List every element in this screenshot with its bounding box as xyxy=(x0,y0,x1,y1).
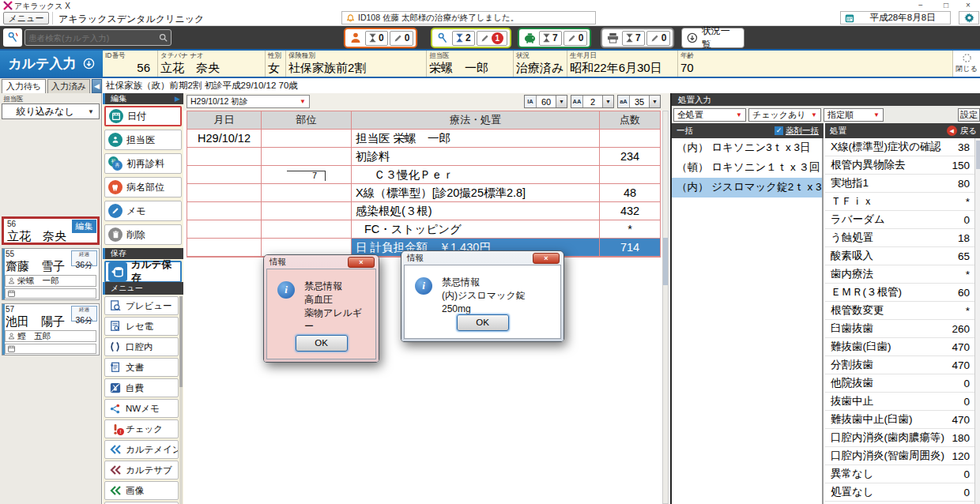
doctor-box[interactable]: 栄螺 一郎 xyxy=(5,275,96,287)
reception-counter-group[interactable]: 0 0 xyxy=(344,28,417,48)
procedure-item[interactable]: 酸素吸入 65 xyxy=(825,247,974,265)
procedure-item[interactable]: ラバーダム 0 xyxy=(825,211,974,229)
procedure-item[interactable]: 異常なし 0 xyxy=(825,465,974,483)
batch-item[interactable]: （頓） ロキソニン１ｔ x ３回 xyxy=(672,158,822,178)
karte-counter-group[interactable]: 2 1 xyxy=(431,28,511,48)
batch-item[interactable]: （内） ロキソニン3ｔ x 3日 xyxy=(672,138,822,158)
dialog-close-button[interactable]: × xyxy=(348,257,375,268)
menu-item-rece-den[interactable]: レセ電 xyxy=(104,317,179,336)
procedure-item[interactable]: ＴＦｉｘ * xyxy=(825,193,974,211)
dialog-title-bar[interactable]: 情報 × xyxy=(266,255,376,269)
menu-item-private-pay[interactable]: 自費 xyxy=(104,378,179,397)
doctor-button[interactable]: 担当医 xyxy=(104,130,182,150)
batch-item[interactable]: （内） ジスロマック錠2ｔ x 3日 xyxy=(672,178,822,197)
procedure-item[interactable]: 難抜歯中止(臼歯) 470 xyxy=(825,411,974,429)
date-selector[interactable]: 平成28年8月8日 xyxy=(840,11,951,24)
print-counter-group[interactable]: 7 0 xyxy=(601,28,674,48)
karte-row[interactable]: X線（標準型）[診20撮25標準2.8] 48 xyxy=(187,184,660,202)
chevron-down-icon[interactable]: ▼ xyxy=(602,96,613,107)
diagnosis-part-button[interactable]: 病名部位 xyxy=(104,177,182,197)
settings-gear-button[interactable] xyxy=(959,11,979,24)
memo-button[interactable]: メモ xyxy=(104,201,182,221)
notification-bar[interactable]: ID108 佐藤 太郎様の治療が終了しました。 xyxy=(341,11,596,24)
scrollbar-thumb[interactable] xyxy=(179,296,183,387)
scrollbar-thumb[interactable] xyxy=(663,238,668,285)
visit-date-select[interactable]: H29/10/12 初診 ▼ xyxy=(187,95,310,108)
doctor-filter-select[interactable]: 絞り込みなし ▼ xyxy=(2,103,100,119)
chevron-right-icon[interactable]: ▶ xyxy=(175,93,183,104)
ok-button[interactable]: OK xyxy=(296,335,348,352)
procedure-item[interactable]: 口腔内消炎(智歯周囲炎) 120 xyxy=(825,447,974,465)
settings-button[interactable]: 設定 xyxy=(958,108,980,122)
procedure-item[interactable]: 根管数変更 * xyxy=(825,302,974,320)
save-karte-button[interactable]: カルテ保存 xyxy=(104,261,182,283)
scrollbar-thumb[interactable] xyxy=(976,141,980,169)
accounting-counter-group[interactable]: 7 0 xyxy=(518,28,591,48)
dialog-close-button[interactable]: × xyxy=(533,253,560,264)
patient-search-tile[interactable] xyxy=(3,28,22,47)
procedure-item[interactable]: 抜歯中止 0 xyxy=(825,393,974,411)
status-list-button[interactable]: 状況一覧 xyxy=(681,28,744,48)
checkbox-drug-batch[interactable]: ✓ xyxy=(775,126,783,135)
back-icon[interactable]: ◀ xyxy=(947,126,957,136)
back-label[interactable]: 戻る xyxy=(960,126,977,137)
procedure-item[interactable]: 処置なし 0 xyxy=(825,483,974,502)
filter-order[interactable]: 指定順▼ xyxy=(824,108,884,122)
row-height-control[interactable]: IA60▼ xyxy=(524,95,567,108)
date-button[interactable]: 日付 xyxy=(104,106,182,126)
procedure-item[interactable]: 臼歯抜歯 260 xyxy=(825,320,974,338)
procedure-item[interactable]: 他院抜歯 0 xyxy=(825,374,974,393)
patient-card-56[interactable]: 56 編集 立花 奈央 xyxy=(2,216,100,245)
procedure-item[interactable]: X線(標準型)症状の確認 38 xyxy=(825,138,974,156)
procedure-item[interactable]: 難抜歯(臼歯) 470 xyxy=(825,338,974,356)
tab-input-waiting[interactable]: 入力待ち xyxy=(2,79,46,93)
dialog-title-bar[interactable]: 情報 × xyxy=(404,251,561,265)
procedure-item[interactable]: 口腔内消炎(歯肉膿瘍等) 180 xyxy=(825,429,974,447)
karte-row[interactable]: 初診料 234 xyxy=(187,148,660,166)
filter-all-procedures[interactable]: 全処置▼ xyxy=(673,108,746,122)
patient-search-box[interactable] xyxy=(24,29,172,46)
filter-checked[interactable]: チェックあり▼ xyxy=(748,108,821,122)
procedure-item[interactable]: 実地指1 80 xyxy=(825,175,974,193)
font-size-control[interactable]: aA35▼ xyxy=(617,95,661,108)
appointment-box[interactable] xyxy=(5,344,96,354)
karte-row[interactable]: 7 Ｃ３慢化Ｐｅｒ xyxy=(187,166,660,184)
close-panel-button[interactable]: 閉じる xyxy=(952,51,980,77)
procedure-item[interactable]: ＥＭＲ(３根管) 60 xyxy=(825,284,974,302)
patient-card-57[interactable]: 57 経過36分 池田 陽子 鰹 五郎 xyxy=(2,303,100,355)
tab-input-done[interactable]: 入力済み xyxy=(47,79,90,93)
menu-item-nw-memo[interactable]: NWメモ xyxy=(104,399,179,418)
circle-down-arrow-icon[interactable] xyxy=(83,58,95,70)
delete-button[interactable]: 削除 xyxy=(104,224,182,245)
edit-patient-button[interactable]: 編集 xyxy=(72,220,96,233)
font-style-control[interactable]: AA2▼ xyxy=(571,95,614,108)
procedure-scrollbar[interactable] xyxy=(974,138,980,504)
patient-card-55[interactable]: 55 経過36分 齋藤 雪子 栄螺 一郎 xyxy=(2,248,100,300)
ok-button[interactable]: OK xyxy=(457,314,509,331)
chevron-down-icon[interactable]: ▼ xyxy=(649,96,660,107)
menu-item-images[interactable]: 画像 xyxy=(104,481,179,500)
procedure-item[interactable]: う蝕処置 18 xyxy=(825,229,974,247)
close-button[interactable]: × xyxy=(958,0,978,10)
menu-item-intraoral[interactable]: 口腔内 xyxy=(104,337,179,356)
karte-row[interactable]: 感染根処(３根) 432 xyxy=(187,202,660,220)
minimize-button[interactable]: − xyxy=(910,0,931,10)
search-input[interactable] xyxy=(28,33,159,43)
menu-button[interactable]: メニュー xyxy=(3,12,49,24)
procedure-item[interactable]: 分割抜歯 470 xyxy=(825,356,974,374)
chevron-down-icon[interactable]: ▼ xyxy=(556,96,567,107)
collapse-sidebar-button[interactable]: ◀ xyxy=(92,79,102,93)
procedure-item[interactable]: 歯内療法 * xyxy=(825,265,974,284)
menu-item-karte-sub[interactable]: カルテサブ xyxy=(104,461,179,480)
menu-item-documents[interactable]: 文書 xyxy=(104,358,179,377)
maximize-button[interactable]: □ xyxy=(936,0,956,10)
appointment-box[interactable] xyxy=(5,288,96,299)
menu-scrollbar[interactable] xyxy=(179,296,183,504)
menu-item-check[interactable]: ! チェック xyxy=(104,419,179,438)
exam-fee-button[interactable]: 初 再 初再診料 xyxy=(104,153,182,174)
procedure-item[interactable]: 根管内異物除去 150 xyxy=(825,156,974,175)
menu-item-preview[interactable]: プレビュー xyxy=(104,296,179,315)
karte-scrollbar[interactable] xyxy=(662,111,669,504)
doctor-box[interactable]: 鰹 五郎 xyxy=(5,330,96,342)
karte-row[interactable]: FC・ストッピング * xyxy=(187,220,660,239)
